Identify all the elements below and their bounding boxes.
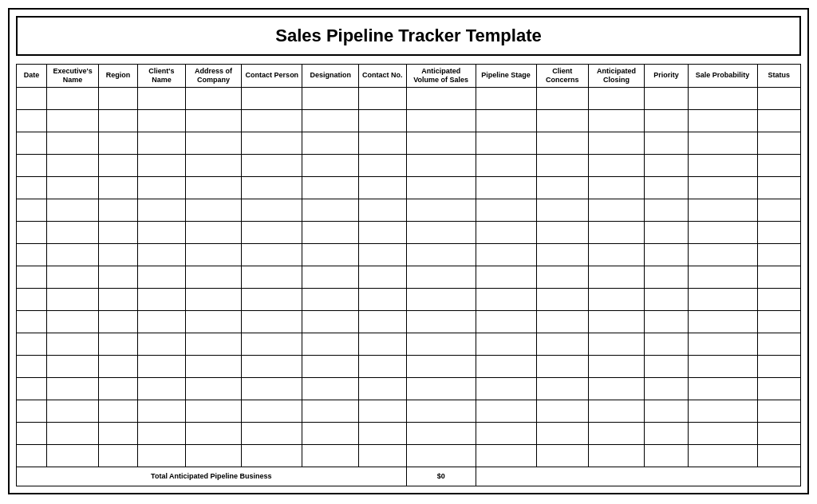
table-cell[interactable] [17,400,47,422]
table-cell[interactable] [536,176,588,199]
table-cell[interactable] [757,87,800,109]
table-cell[interactable] [406,377,476,400]
table-cell[interactable] [645,87,688,109]
table-cell[interactable] [138,221,186,243]
table-cell[interactable] [757,109,800,132]
table-cell[interactable] [688,132,757,154]
table-cell[interactable] [757,422,800,444]
table-cell[interactable] [47,132,99,154]
table-cell[interactable] [358,377,406,400]
table-cell[interactable] [302,377,359,400]
table-cell[interactable] [302,288,359,310]
table-cell[interactable] [47,444,99,467]
table-cell[interactable] [99,310,138,333]
table-cell[interactable] [358,243,406,266]
table-cell[interactable] [536,422,588,444]
table-cell[interactable] [99,132,138,154]
table-cell[interactable] [406,243,476,266]
table-cell[interactable] [138,400,186,422]
table-cell[interactable] [358,422,406,444]
table-cell[interactable] [536,154,588,176]
table-cell[interactable] [757,132,800,154]
table-cell[interactable] [99,176,138,199]
table-cell[interactable] [242,266,302,288]
table-cell[interactable] [476,400,536,422]
table-cell[interactable] [536,199,588,221]
table-cell[interactable] [688,176,757,199]
table-cell[interactable] [242,310,302,333]
table-cell[interactable] [302,333,359,355]
table-cell[interactable] [185,199,242,221]
table-cell[interactable] [302,400,359,422]
table-cell[interactable] [757,400,800,422]
table-cell[interactable] [406,422,476,444]
table-cell[interactable] [588,199,645,221]
table-cell[interactable] [476,176,536,199]
table-cell[interactable] [645,176,688,199]
table-cell[interactable] [645,377,688,400]
table-cell[interactable] [588,266,645,288]
table-cell[interactable] [358,132,406,154]
table-cell[interactable] [757,310,800,333]
table-cell[interactable] [47,333,99,355]
table-cell[interactable] [588,243,645,266]
table-cell[interactable] [406,400,476,422]
table-cell[interactable] [358,87,406,109]
table-cell[interactable] [406,154,476,176]
table-cell[interactable] [302,221,359,243]
table-cell[interactable] [185,176,242,199]
table-cell[interactable] [536,109,588,132]
table-cell[interactable] [406,176,476,199]
table-cell[interactable] [406,444,476,467]
table-cell[interactable] [17,176,47,199]
table-cell[interactable] [476,377,536,400]
table-cell[interactable] [242,288,302,310]
table-cell[interactable] [358,355,406,377]
table-cell[interactable] [47,400,99,422]
table-cell[interactable] [588,109,645,132]
table-cell[interactable] [242,154,302,176]
table-cell[interactable] [536,310,588,333]
table-cell[interactable] [358,288,406,310]
table-cell[interactable] [185,243,242,266]
table-cell[interactable] [47,266,99,288]
table-cell[interactable] [588,176,645,199]
table-cell[interactable] [536,377,588,400]
table-cell[interactable] [138,288,186,310]
table-cell[interactable] [17,333,47,355]
table-cell[interactable] [536,221,588,243]
table-cell[interactable] [17,199,47,221]
table-cell[interactable] [138,109,186,132]
table-cell[interactable] [99,154,138,176]
table-cell[interactable] [17,444,47,467]
table-cell[interactable] [645,333,688,355]
table-cell[interactable] [688,243,757,266]
table-cell[interactable] [536,400,588,422]
table-cell[interactable] [185,87,242,109]
table-cell[interactable] [99,221,138,243]
table-cell[interactable] [185,310,242,333]
table-cell[interactable] [99,109,138,132]
table-cell[interactable] [47,355,99,377]
table-cell[interactable] [185,109,242,132]
table-cell[interactable] [138,444,186,467]
table-cell[interactable] [17,422,47,444]
table-cell[interactable] [138,199,186,221]
table-cell[interactable] [645,355,688,377]
table-cell[interactable] [47,199,99,221]
table-cell[interactable] [185,266,242,288]
table-cell[interactable] [242,176,302,199]
table-cell[interactable] [757,288,800,310]
table-cell[interactable] [302,243,359,266]
table-cell[interactable] [358,154,406,176]
table-cell[interactable] [242,333,302,355]
table-cell[interactable] [302,109,359,132]
table-cell[interactable] [645,400,688,422]
table-cell[interactable] [138,266,186,288]
table-cell[interactable] [688,87,757,109]
table-cell[interactable] [688,288,757,310]
table-cell[interactable] [406,87,476,109]
table-cell[interactable] [406,199,476,221]
table-cell[interactable] [645,109,688,132]
table-cell[interactable] [688,310,757,333]
